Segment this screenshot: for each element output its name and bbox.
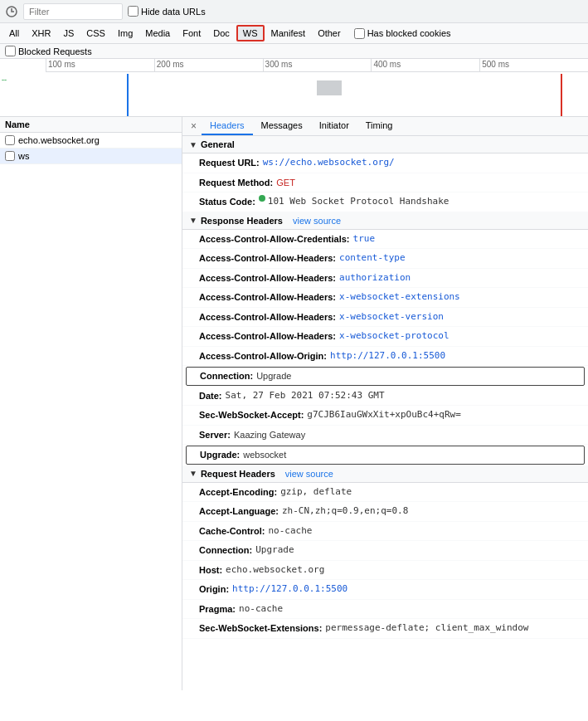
detail-tab-messages[interactable]: Messages bbox=[253, 117, 311, 135]
filter-tab-other[interactable]: Other bbox=[312, 26, 347, 41]
status-code-row: Status Code: 101 Web Socket Protocol Han… bbox=[182, 192, 588, 212]
detail-tab-timing[interactable]: Timing bbox=[357, 117, 401, 135]
filter-tab-all[interactable]: All bbox=[3, 26, 25, 41]
connection-value: Upgrade bbox=[256, 369, 291, 383]
filter-tab-manifest[interactable]: Manifest bbox=[265, 26, 312, 41]
triangle-response: ▼ bbox=[189, 216, 197, 225]
red-vline bbox=[561, 74, 562, 117]
cache-control-row: Cache-Control: no-cache bbox=[182, 522, 588, 542]
pragma-label: Pragma: bbox=[199, 602, 236, 616]
list-item[interactable]: echo.websocket.org bbox=[0, 133, 182, 149]
status-dot bbox=[259, 195, 265, 202]
tick-400ms: 400 ms bbox=[371, 59, 479, 71]
pragma-value: no-cache bbox=[239, 602, 283, 616]
host-label: Host: bbox=[199, 563, 222, 577]
filter-tab-ws[interactable]: WS bbox=[236, 25, 265, 41]
detail-tab-headers[interactable]: Headers bbox=[202, 117, 253, 135]
request-method-row: Request Method: GET bbox=[182, 173, 588, 193]
filter-tab-img[interactable]: Img bbox=[112, 26, 138, 41]
filter-tab-css[interactable]: CSS bbox=[80, 26, 111, 41]
upgrade-label: Upgrade: bbox=[200, 448, 240, 462]
detail-tab-close[interactable]: × bbox=[186, 117, 202, 135]
acah-value-2: authorization bbox=[339, 271, 411, 285]
acah-label-4: Access-Control-Allow-Headers: bbox=[199, 310, 336, 324]
acah-label-1: Access-Control-Allow-Headers: bbox=[199, 251, 336, 266]
req-connection-row: Connection: Upgrade bbox=[182, 541, 588, 561]
acao-label: Access-Control-Allow-Origin: bbox=[199, 349, 327, 363]
filter-tab-font[interactable]: Font bbox=[177, 26, 207, 41]
accept-language-row: Accept-Language: zh-CN,zh;q=0.9,en;q=0.8 bbox=[182, 502, 588, 522]
general-section-title: General bbox=[201, 139, 235, 149]
item-checkbox-1[interactable] bbox=[5, 151, 15, 161]
blocked-requests-checkbox[interactable] bbox=[5, 46, 16, 56]
acac-label: Access-Control-Allow-Credentials: bbox=[199, 232, 350, 246]
filter-input[interactable] bbox=[23, 3, 123, 20]
accept-language-value: zh-CN,zh;q=0.9,en;q=0.8 bbox=[282, 504, 408, 519]
acao-value: http://127.0.0.1:5500 bbox=[330, 349, 445, 363]
date-value: Sat, 27 Feb 2021 07:52:43 GMT bbox=[226, 389, 385, 403]
request-headers-section-header: ▼ Request Headers view source bbox=[182, 465, 588, 483]
acah-value-4: x-websocket-version bbox=[339, 310, 444, 324]
hide-data-urls-checkbox-label: Hide data URLs bbox=[128, 6, 206, 17]
tick-300ms: 300 ms bbox=[263, 59, 372, 71]
origin-value: http://127.0.0.1:5500 bbox=[232, 582, 347, 597]
filter-tab-doc[interactable]: Doc bbox=[207, 26, 236, 41]
response-headers-title: Response Headers bbox=[201, 216, 283, 226]
pragma-row: Pragma: no-cache bbox=[182, 600, 588, 620]
req-connection-value: Upgrade bbox=[255, 543, 294, 558]
tick-500ms: 500 ms bbox=[479, 59, 588, 71]
accept-encoding-row: Accept-Encoding: gzip, deflate bbox=[182, 483, 588, 503]
response-view-source[interactable]: view source bbox=[293, 216, 341, 226]
hide-data-urls-checkbox[interactable] bbox=[128, 6, 138, 17]
top-toolbar: Hide data URLs bbox=[0, 0, 588, 23]
sec-ws-ext-label: Sec-WebSocket-Extensions: bbox=[199, 621, 322, 636]
upgrade-value: websocket bbox=[243, 448, 286, 462]
status-code-label: Status Code: bbox=[199, 195, 255, 209]
green-tick-marker: ╌ bbox=[2, 76, 7, 85]
triangle-request: ▼ bbox=[189, 469, 197, 478]
cache-control-label: Cache-Control: bbox=[199, 524, 265, 538]
item-checkbox-0[interactable] bbox=[5, 135, 15, 145]
upgrade-row: Upgrade: websocket bbox=[186, 446, 585, 465]
detail-tabs: × Headers Messages Initiator Timing bbox=[182, 117, 588, 136]
sec-ws-ext-value: permessage-deflate; client_max_window bbox=[325, 621, 528, 636]
sec-ws-accept-value: g7CJB6IauGWxXit+xpOuBc4+qRw= bbox=[307, 408, 460, 422]
acah-row-5: Access-Control-Allow-Headers: x-websocke… bbox=[182, 327, 588, 347]
refresh-button[interactable] bbox=[5, 5, 18, 18]
network-list: Name echo.websocket.org ws bbox=[0, 117, 182, 690]
response-headers-section-header: ▼ Response Headers view source bbox=[182, 212, 588, 230]
accept-encoding-value: gzip, deflate bbox=[280, 485, 352, 499]
server-value: Kaazing Gateway bbox=[234, 428, 305, 442]
request-url-label: Request URL: bbox=[199, 156, 260, 170]
timeline-ruler: 100 ms 200 ms 300 ms 400 ms 500 ms bbox=[46, 59, 588, 72]
acah-row-4: Access-Control-Allow-Headers: x-websocke… bbox=[182, 308, 588, 328]
sec-ws-accept-label: Sec-WebSocket-Accept: bbox=[199, 408, 304, 422]
request-view-source[interactable]: view source bbox=[285, 469, 333, 479]
request-url-row: Request URL: ws://echo.websocket.org/ bbox=[182, 153, 588, 173]
list-item-ws[interactable]: ws bbox=[0, 149, 182, 164]
has-blocked-cookies-checkbox[interactable] bbox=[354, 28, 365, 39]
has-blocked-cookies-label: ▼ General Has blocked cookies bbox=[354, 28, 451, 39]
detail-tab-initiator[interactable]: Initiator bbox=[311, 117, 357, 135]
timeline-bars bbox=[46, 74, 588, 117]
filter-tab-js[interactable]: JS bbox=[57, 26, 80, 41]
filter-tab-media[interactable]: Media bbox=[139, 26, 176, 41]
acao-row: Access-Control-Allow-Origin: http://127.… bbox=[182, 347, 588, 367]
accept-encoding-label: Accept-Encoding: bbox=[199, 485, 277, 499]
item-name-0: echo.websocket.org bbox=[18, 135, 100, 145]
acac-row: Access-Control-Allow-Credentials: true bbox=[182, 230, 588, 250]
acah-row-3: Access-Control-Allow-Headers: x-websocke… bbox=[182, 288, 588, 308]
server-row: Server: Kaazing Gateway bbox=[182, 426, 588, 446]
host-row: Host: echo.websocket.org bbox=[182, 561, 588, 581]
general-section-header: ▼ General bbox=[182, 136, 588, 153]
acah-value-1: content-type bbox=[339, 251, 405, 266]
filter-tab-xhr[interactable]: XHR bbox=[26, 26, 56, 41]
connection-row: Connection: Upgrade bbox=[186, 367, 585, 386]
req-connection-label: Connection: bbox=[199, 543, 252, 558]
item-name-1: ws bbox=[18, 151, 29, 161]
sec-ws-accept-row: Sec-WebSocket-Accept: g7CJB6IauGWxXit+xp… bbox=[182, 406, 588, 426]
triangle-general: ▼ bbox=[189, 140, 197, 149]
network-list-header: Name bbox=[0, 117, 182, 133]
acah-value-5: x-websocket-protocol bbox=[339, 329, 449, 343]
accept-language-label: Accept-Language: bbox=[199, 504, 279, 519]
